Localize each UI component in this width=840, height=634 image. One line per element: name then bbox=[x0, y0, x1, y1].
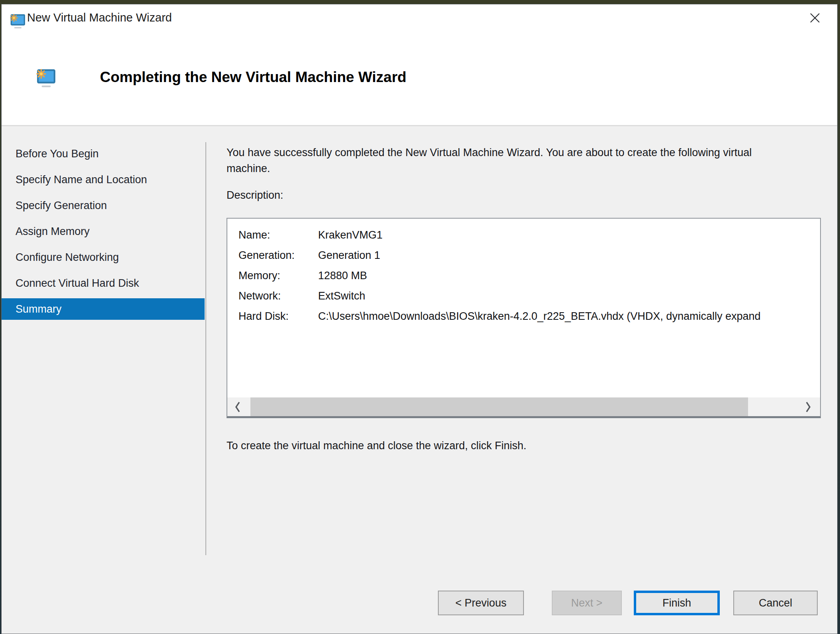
window-title: New Virtual Machine Wizard bbox=[27, 11, 172, 24]
cancel-button[interactable]: Cancel bbox=[733, 591, 818, 615]
next-button[interactable]: Next > bbox=[552, 591, 622, 615]
row-label: Memory: bbox=[238, 266, 318, 286]
sidebar-item-assign-memory[interactable]: Assign Memory bbox=[2, 221, 205, 242]
vm-wizard-icon bbox=[10, 14, 25, 29]
close-icon bbox=[809, 12, 821, 24]
close-button[interactable] bbox=[806, 10, 824, 26]
intro-text: You have successfully completed the New … bbox=[227, 145, 756, 176]
sidebar-item-specify-generation[interactable]: Specify Generation bbox=[2, 195, 205, 216]
row-value: KrakenVMG1 bbox=[318, 229, 383, 241]
summary-row-generation: Generation:Generation 1 bbox=[238, 245, 820, 266]
row-value: C:\Users\hmoe\Downloads\BIOS\kraken-4.2.… bbox=[318, 310, 761, 322]
summary-row-memory: Memory:12880 MB bbox=[238, 266, 820, 286]
wizard-button-row: < Previous Next > Finish Cancel bbox=[438, 591, 818, 615]
page-title: Completing the New Virtual Machine Wizar… bbox=[100, 69, 406, 86]
row-label: Network: bbox=[238, 286, 318, 306]
vm-wizard-page-icon bbox=[35, 69, 57, 88]
row-value: ExtSwitch bbox=[318, 290, 365, 302]
wizard-steps-nav: Before You Begin Specify Name and Locati… bbox=[2, 143, 205, 324]
row-value: Generation 1 bbox=[318, 249, 380, 261]
summary-panel: You have successfully completed the New … bbox=[227, 126, 821, 634]
scroll-left-button[interactable] bbox=[230, 397, 246, 416]
scrollbar-thumb[interactable] bbox=[250, 397, 748, 416]
chevron-right-icon bbox=[805, 401, 811, 413]
scroll-right-button[interactable] bbox=[800, 397, 816, 416]
sidebar-item-configure-networking[interactable]: Configure Networking bbox=[2, 247, 205, 268]
finish-hint-text: To create the virtual machine and close … bbox=[227, 440, 526, 452]
horizontal-scrollbar[interactable] bbox=[227, 397, 820, 416]
summary-row-name: Name:KrakenVMG1 bbox=[238, 225, 820, 245]
wizard-header: Completing the New Virtual Machine Wizar… bbox=[2, 29, 837, 125]
chevron-left-icon bbox=[234, 401, 241, 413]
row-label: Generation: bbox=[238, 245, 318, 266]
row-value: 12880 MB bbox=[318, 270, 367, 282]
titlebar[interactable]: New Virtual Machine Wizard bbox=[2, 4, 837, 29]
wizard-body: Before You Begin Specify Name and Locati… bbox=[2, 125, 837, 634]
wizard-window: New Virtual Machine Wizard bbox=[1, 4, 838, 634]
description-box: Name:KrakenVMG1 Generation:Generation 1 … bbox=[227, 218, 821, 418]
sidebar-item-before-you-begin[interactable]: Before You Begin bbox=[2, 143, 205, 164]
sidebar-divider bbox=[205, 142, 206, 555]
row-label: Hard Disk: bbox=[238, 306, 318, 327]
summary-row-hard-disk: Hard Disk:C:\Users\hmoe\Downloads\BIOS\k… bbox=[238, 306, 820, 327]
description-label: Description: bbox=[227, 189, 821, 202]
vm-summary-list: Name:KrakenVMG1 Generation:Generation 1 … bbox=[227, 219, 820, 327]
finish-button[interactable]: Finish bbox=[634, 591, 720, 615]
sidebar-item-specify-name-location[interactable]: Specify Name and Location bbox=[2, 169, 205, 190]
summary-row-network: Network:ExtSwitch bbox=[238, 286, 820, 306]
sidebar-item-connect-virtual-hard-disk[interactable]: Connect Virtual Hard Disk bbox=[2, 272, 205, 294]
row-label: Name: bbox=[238, 225, 318, 245]
previous-button[interactable]: < Previous bbox=[438, 591, 524, 615]
sidebar-item-summary[interactable]: Summary bbox=[2, 298, 205, 320]
